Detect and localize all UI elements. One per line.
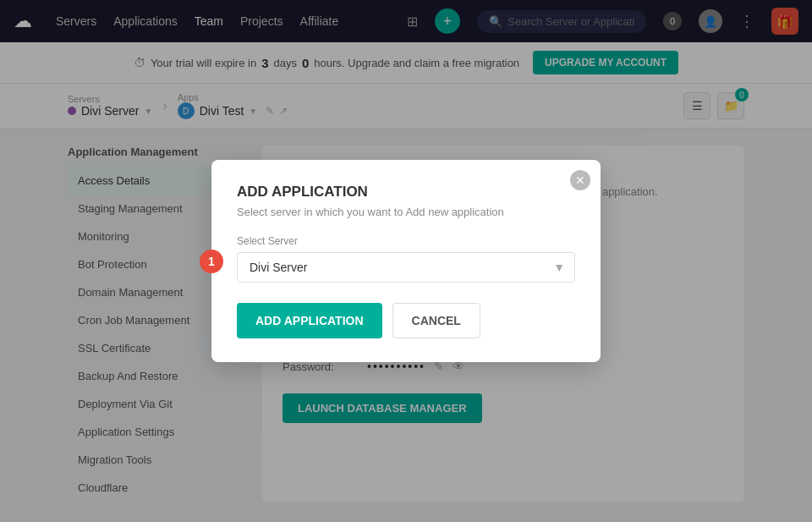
- server-select[interactable]: Divi Server: [237, 252, 575, 283]
- modal-subtitle: Select server in which you want to Add n…: [237, 206, 575, 218]
- add-application-modal: 1 ✕ ADD APPLICATION Select server in whi…: [211, 160, 601, 362]
- modal-close-button[interactable]: ✕: [570, 170, 590, 190]
- modal-actions: ADD APPLICATION CANCEL: [237, 303, 575, 338]
- modal-add-button[interactable]: ADD APPLICATION: [237, 303, 382, 338]
- step-badge: 1: [200, 250, 223, 273]
- server-select-wrap: Divi Server ▼: [237, 252, 575, 283]
- select-server-label: Select Server: [237, 235, 575, 247]
- modal-cancel-button[interactable]: CANCEL: [392, 303, 480, 338]
- modal-overlay: 1 ✕ ADD APPLICATION Select server in whi…: [0, 0, 812, 519]
- modal-title: ADD APPLICATION: [237, 184, 575, 201]
